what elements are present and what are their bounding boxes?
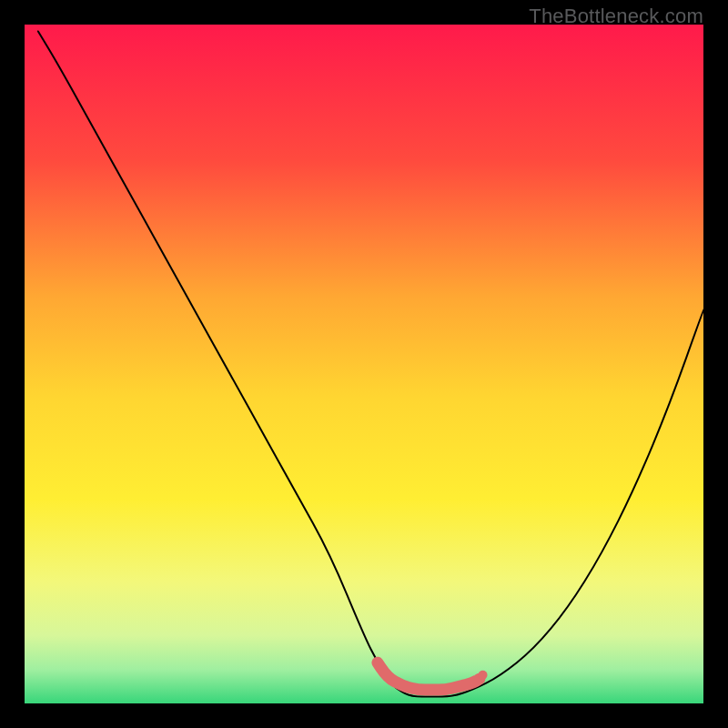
- bottleneck-curve: [38, 31, 703, 696]
- optimal-zone-marker: [378, 662, 480, 690]
- optimal-zone-endpoint: [479, 671, 488, 680]
- plot-area: [25, 25, 703, 703]
- chart-svg: [25, 25, 703, 703]
- watermark-text: TheBottleneck.com: [529, 5, 703, 28]
- chart-frame: TheBottleneck.com: [0, 0, 728, 728]
